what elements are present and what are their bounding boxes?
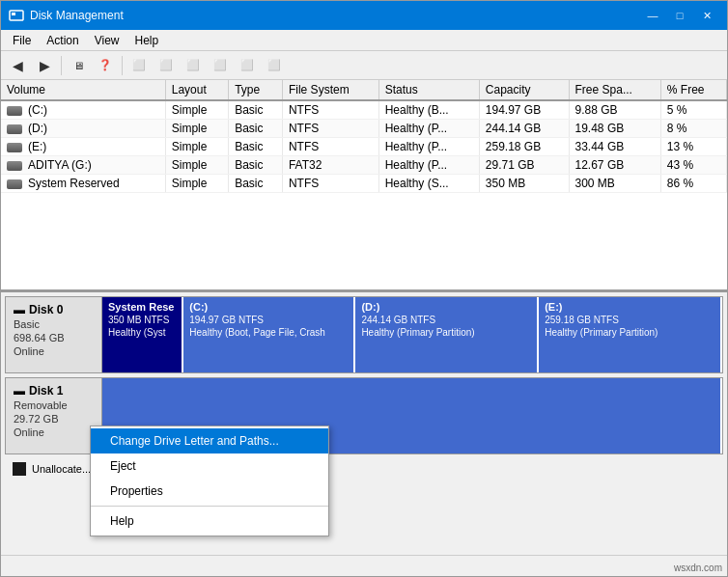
disk0-type: Basic [14,318,94,330]
cell-volume: (D:) [1,120,165,138]
disk0-status: Online [14,345,94,357]
partition-block[interactable]: (D:)244.14 GB NTFSHealthy (Primary Parti… [355,297,539,372]
partition-status: Healthy (Syst [108,327,176,338]
context-menu: Change Drive Letter and Paths...EjectPro… [90,426,329,536]
cell-free: 33.44 GB [569,138,660,156]
partition-name: System Rese [108,301,176,313]
disk-table-pane: Volume Layout Type File System Status Ca… [1,80,727,292]
drive-icon [7,179,22,189]
cell-pct: 5 % [660,100,726,120]
cell-type: Basic [229,100,283,120]
context-menu-separator [91,506,328,507]
back-button[interactable]: ◀ [5,54,30,77]
cell-volume: (C:) [1,100,165,120]
tool4-button[interactable]: ⬜ [208,54,233,77]
status-bar [1,555,727,576]
properties-button[interactable]: 🖥 [66,54,91,77]
col-layout[interactable]: Layout [165,80,228,100]
disk0-name: ▬Disk 0 [14,303,94,316]
partition-block[interactable]: (E:)259.18 GB NTFSHealthy (Primary Parti… [539,297,722,372]
cell-capacity: 350 MB [479,175,569,193]
cell-fs: NTFS [282,120,378,138]
partition-name: (D:) [361,301,531,313]
partition-status: Healthy (Boot, Page File, Crash [189,327,348,338]
table-row[interactable]: (D:)SimpleBasicNTFSHealthy (P...244.14 G… [1,120,727,138]
col-status[interactable]: Status [378,80,479,100]
menu-help[interactable]: Help [127,32,167,49]
cell-layout: Simple [165,175,228,193]
col-volume[interactable]: Volume [1,80,165,100]
close-button[interactable]: ✕ [694,6,719,25]
disk1-label: ▬Disk 1 Removable 29.72 GB Online [6,378,102,453]
disk-visual-pane: ▬Disk 0 Basic 698.64 GB Online System Re… [1,292,727,555]
cell-type: Basic [229,138,283,156]
table-row[interactable]: System ReservedSimpleBasicNTFSHealthy (S… [1,175,727,193]
app-icon [9,8,24,23]
cell-fs: NTFS [282,100,378,120]
cell-status: Healthy (B... [378,100,479,120]
tool6-button[interactable]: ⬜ [262,54,287,77]
cell-free: 12.67 GB [569,156,660,175]
help-toolbar-button[interactable]: ❓ [93,54,118,77]
col-capacity[interactable]: Capacity [479,80,569,100]
tool3-button[interactable]: ⬜ [181,54,206,77]
partition-size: 259.18 GB NTFS [545,315,714,325]
cell-fs: NTFS [282,175,378,193]
minimize-button[interactable]: — [640,6,665,25]
col-freespace[interactable]: Free Spa... [569,80,660,100]
cell-pct: 8 % [660,120,726,138]
cell-volume: (E:) [1,138,165,156]
context-menu-item-0[interactable]: Change Drive Letter and Paths... [91,428,328,453]
cell-capacity: 244.14 GB [479,120,569,138]
title-bar: Disk Management — □ ✕ [1,1,727,30]
cell-layout: Simple [165,120,228,138]
tool5-button[interactable]: ⬜ [235,54,260,77]
col-filesystem[interactable]: File System [282,80,378,100]
menu-action[interactable]: Action [39,32,86,49]
partition-block[interactable]: (C:)194.97 GB NTFSHealthy (Boot, Page Fi… [183,297,355,372]
separator-2 [122,56,123,75]
unallocated-icon [13,462,26,476]
cell-fs: NTFS [282,138,378,156]
partition-block[interactable]: System Rese350 MB NTFSHealthy (Syst [102,297,183,372]
unallocated-label: Unallocate... [32,463,91,475]
cell-pct: 86 % [660,175,726,193]
cell-capacity: 29.71 GB [479,156,569,175]
menu-bar: File Action View Help [1,30,727,51]
disk-table: Volume Layout Type File System Status Ca… [1,80,727,193]
drive-icon [7,106,22,116]
cell-capacity: 259.18 GB [479,138,569,156]
cell-fs: FAT32 [282,156,378,175]
partition-status: Healthy (Primary Partition) [545,327,714,338]
cell-status: Healthy (P... [378,120,479,138]
tool2-button[interactable]: ⬜ [154,54,179,77]
disk1-type: Removable [14,399,94,411]
maximize-button[interactable]: □ [667,6,692,25]
menu-view[interactable]: View [87,32,127,49]
cell-pct: 13 % [660,138,726,156]
table-row[interactable]: ADITYA (G:)SimpleBasicFAT32Healthy (P...… [1,156,727,175]
watermark: wsxdn.com [674,563,722,573]
cell-type: Basic [229,156,283,175]
tool1-button[interactable]: ⬜ [126,54,152,77]
disk1-name: ▬Disk 1 [14,384,94,398]
table-row[interactable]: (C:)SimpleBasicNTFSHealthy (B...194.97 G… [1,100,727,120]
svg-rect-1 [12,13,15,15]
context-menu-item-2[interactable]: Properties [91,479,328,504]
forward-button[interactable]: ▶ [32,54,57,77]
window-controls: — □ ✕ [640,6,719,25]
drive-icon [7,161,22,171]
context-menu-item-3[interactable]: Help [91,508,328,534]
cell-layout: Simple [165,100,228,120]
context-menu-item-1[interactable]: Eject [91,453,328,479]
cell-capacity: 194.97 GB [479,100,569,120]
col-type[interactable]: Type [229,80,283,100]
cell-free: 9.88 GB [569,100,660,120]
col-pctfree[interactable]: % Free [660,80,726,100]
disk0-row: ▬Disk 0 Basic 698.64 GB Online System Re… [5,296,723,373]
partition-size: 194.97 GB NTFS [189,315,348,325]
menu-file[interactable]: File [5,32,39,49]
cell-layout: Simple [165,138,228,156]
partition-size: 244.14 GB NTFS [361,315,531,325]
table-row[interactable]: (E:)SimpleBasicNTFSHealthy (P...259.18 G… [1,138,727,156]
